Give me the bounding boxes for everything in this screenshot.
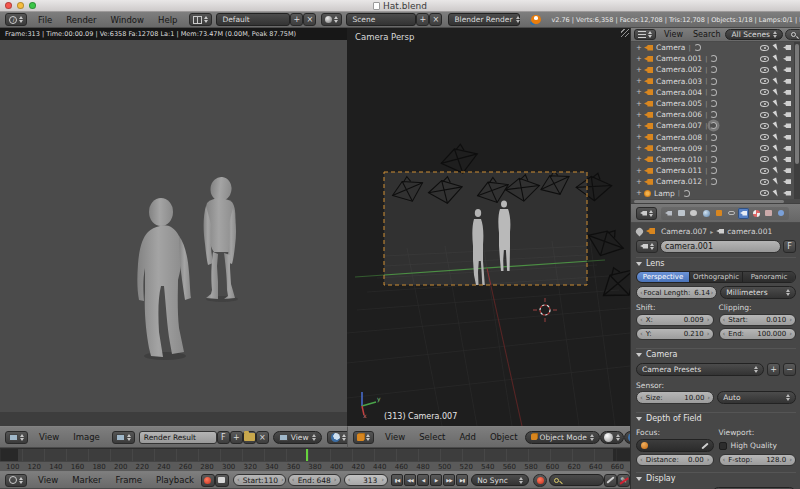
object-name[interactable]: Camera.005 (656, 99, 702, 108)
outliner-row[interactable]: + Camera.005 | (631, 98, 800, 109)
object-name[interactable]: Lamp (654, 189, 675, 198)
renderable-camera-icon[interactable] (783, 168, 791, 173)
outliner-row[interactable]: + Camera | (631, 42, 800, 53)
outliner-menu-view[interactable]: View (664, 30, 683, 39)
renderable-camera-icon[interactable] (783, 90, 791, 95)
selectable-cursor-icon[interactable] (773, 100, 780, 108)
renderable-camera-icon[interactable] (783, 179, 791, 184)
tab-constraints[interactable] (726, 208, 737, 219)
disclosure-icon[interactable]: + (636, 44, 644, 52)
renderable-camera-icon[interactable] (783, 79, 791, 84)
panel-header-lens[interactable]: Lens (636, 257, 796, 269)
outliner-menu-search[interactable]: Search (693, 30, 720, 39)
object-name[interactable]: Camera.010 (656, 155, 702, 164)
timeline-frame-numbers[interactable]: 1001201401601802002202402602803003203403… (0, 461, 630, 471)
renderable-camera-icon[interactable] (783, 157, 791, 162)
selectable-cursor-icon[interactable] (773, 111, 780, 119)
selectable-cursor-icon[interactable] (773, 55, 780, 63)
object-name[interactable]: Camera.006 (656, 110, 702, 119)
object-name[interactable]: Camera.001 (656, 54, 702, 63)
editor-type-button[interactable]: i (5, 13, 27, 26)
panel-header-display[interactable]: Display (636, 472, 796, 484)
fstop-field[interactable]: ‹F-stop:128.0› (719, 454, 797, 466)
playback-button[interactable]: ▶▮ (456, 474, 468, 486)
outliner-row[interactable]: + Camera.010 | (631, 154, 800, 165)
tab-texture[interactable] (763, 208, 774, 219)
renderable-camera-icon[interactable] (783, 146, 791, 151)
disclosure-icon[interactable]: + (636, 111, 644, 119)
outliner-row[interactable]: + Camera.003 | (631, 76, 800, 87)
scene-icon-button[interactable] (321, 13, 342, 26)
visibility-eye-icon[interactable] (760, 123, 769, 129)
datablock-name-field[interactable]: camera.001 (660, 240, 781, 253)
tl-menu-marker[interactable]: Marker (72, 475, 101, 485)
disclosure-icon[interactable]: + (636, 178, 644, 186)
selectable-cursor-icon[interactable] (773, 133, 780, 141)
object-name[interactable]: Camera (656, 43, 685, 52)
timeline-editor-type-button[interactable] (5, 474, 27, 487)
tab-render-layers[interactable] (676, 208, 687, 219)
fake-user-button[interactable]: F (783, 240, 796, 253)
auto-keyframe-toggle[interactable] (201, 474, 215, 487)
object-name[interactable]: Camera.012 (656, 177, 702, 186)
disclosure-icon[interactable]: + (636, 66, 644, 74)
visibility-eye-icon[interactable] (760, 45, 769, 51)
visibility-eye-icon[interactable] (760, 168, 769, 174)
visibility-eye-icon[interactable] (760, 78, 769, 84)
open-image-button[interactable] (243, 431, 256, 444)
outliner-row[interactable]: + Camera.008 | (631, 132, 800, 143)
image-datablock-icon-button[interactable] (112, 431, 135, 444)
selectable-cursor-icon[interactable] (773, 77, 780, 85)
menu-render[interactable]: Render (66, 15, 96, 25)
keying-options-button[interactable] (215, 474, 229, 487)
outliner-search-field[interactable] (785, 29, 800, 40)
disclosure-icon[interactable]: + (636, 77, 644, 85)
unlink-image-button[interactable]: × (256, 431, 269, 444)
disclosure-icon[interactable]: + (636, 122, 644, 130)
selectable-cursor-icon[interactable] (773, 167, 780, 175)
object-name[interactable]: Camera.003 (656, 77, 702, 86)
vp-menu-object[interactable]: Object (490, 432, 518, 442)
menu-window[interactable]: Window (111, 15, 145, 25)
outliner-editor-button[interactable] (634, 29, 656, 40)
outliner-row[interactable]: + Camera.011 | (631, 165, 800, 176)
object-name[interactable]: Camera.011 (656, 166, 702, 175)
object-name[interactable]: Camera.008 (656, 133, 702, 142)
object-name[interactable]: Camera.009 (656, 144, 702, 153)
image-menu-view[interactable]: View (39, 432, 59, 442)
menu-file[interactable]: File (38, 15, 52, 25)
tab-physics[interactable] (776, 208, 787, 219)
tab-world[interactable] (701, 208, 712, 219)
object-name[interactable]: Camera.002 (656, 65, 702, 74)
3d-scene[interactable] (347, 28, 630, 426)
panel-header-camera[interactable]: Camera (636, 348, 796, 360)
frame-end-field[interactable]: ‹End:648› (288, 474, 341, 486)
breadcrumb-object[interactable]: Camera.007 (661, 227, 707, 236)
screen-layout-field[interactable]: Default (216, 13, 290, 26)
selectable-cursor-icon[interactable] (773, 144, 780, 152)
delete-keyframe-button[interactable]: ✎ (617, 474, 630, 487)
shading-select[interactable] (600, 431, 624, 444)
add-preset-button[interactable]: + (767, 363, 780, 376)
panel-header-dof[interactable]: Depth of Field (636, 412, 796, 424)
renderable-camera-icon[interactable] (783, 191, 791, 196)
playback-button[interactable]: ◀◀ (404, 474, 416, 486)
image-menu-image[interactable]: Image (73, 432, 100, 442)
focal-length-field[interactable]: ‹Focal Length:6.14› (636, 286, 717, 299)
outliner-row[interactable]: + Camera.001 | (631, 53, 800, 64)
selectable-cursor-icon[interactable] (773, 178, 780, 186)
delete-layout-button[interactable]: × (303, 13, 316, 26)
render-engine-select[interactable]: Blender Render (448, 13, 520, 26)
renderable-camera-icon[interactable] (783, 123, 791, 128)
tl-menu-frame[interactable]: Frame (116, 475, 142, 485)
sync-mode-select[interactable]: No Sync (471, 474, 529, 486)
viewport-editor-type-button[interactable] (353, 431, 374, 444)
selectable-cursor-icon[interactable] (773, 189, 780, 197)
sensor-size-field[interactable]: ‹Size:10.00› (636, 391, 714, 404)
image-view-mode-select[interactable]: View (273, 431, 322, 444)
outliner-row[interactable]: + Camera.004 | (631, 87, 800, 98)
disclosure-icon[interactable]: + (636, 100, 644, 108)
selectable-cursor-icon[interactable] (773, 155, 780, 163)
disclosure-icon[interactable]: + (636, 144, 644, 152)
disclosure-icon[interactable]: + (636, 55, 644, 63)
